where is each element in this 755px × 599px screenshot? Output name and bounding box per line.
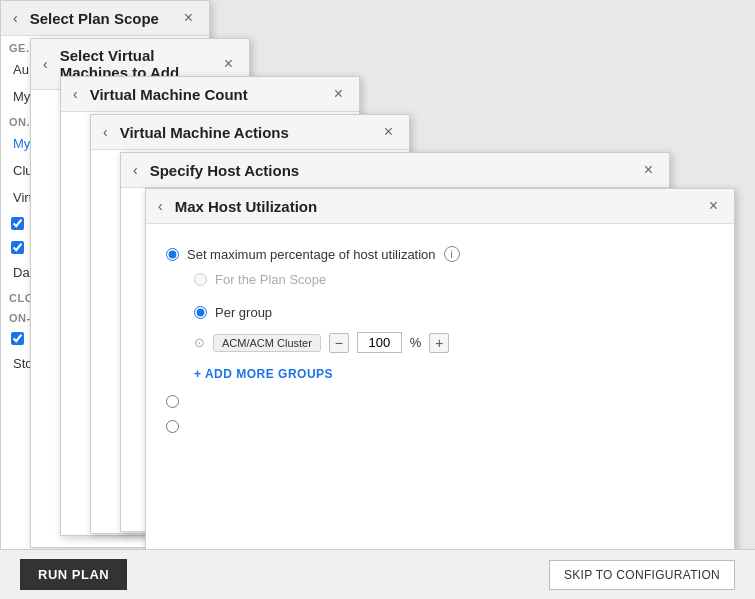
cluster-badge: ACM/ACM Cluster: [213, 334, 321, 352]
for-plan-scope-row: For the Plan Scope: [194, 268, 714, 291]
plus-button[interactable]: +: [429, 333, 449, 353]
empty-option-1: [166, 389, 714, 414]
per-group-label[interactable]: Per group: [215, 305, 272, 320]
option3-radio[interactable]: [166, 420, 179, 433]
panel-2-back-arrow[interactable]: ‹: [43, 56, 48, 72]
utilization-value-input[interactable]: [357, 332, 402, 353]
per-group-radio[interactable]: [194, 306, 207, 319]
set-max-radio[interactable]: [166, 248, 179, 261]
panel-3-close-button[interactable]: ×: [330, 85, 347, 103]
minus-button[interactable]: −: [329, 333, 349, 353]
panel-1-header: ‹ Select Plan Scope ×: [1, 1, 209, 36]
panel-4-close-button[interactable]: ×: [380, 123, 397, 141]
panel-5-header: ‹ Specify Host Actions ×: [121, 153, 669, 188]
option2-radio[interactable]: [166, 395, 179, 408]
empty-option-2: [166, 414, 714, 439]
panel-5-close-button[interactable]: ×: [640, 161, 657, 179]
set-max-label[interactable]: Set maximum percentage of host utilizati…: [187, 247, 436, 262]
panel-3-header: ‹ Virtual Machine Count ×: [61, 77, 359, 112]
panel-1-title: Select Plan Scope: [30, 10, 172, 27]
panel-6-header: ‹ Max Host Utilization ×: [146, 189, 734, 224]
panel-2-close-button[interactable]: ×: [220, 55, 237, 73]
panel-5-title: Specify Host Actions: [150, 162, 632, 179]
panel-3-title: Virtual Machine Count: [90, 86, 322, 103]
panel-1-close-button[interactable]: ×: [180, 9, 197, 27]
cluste-checkbox[interactable]: [11, 332, 24, 345]
add-more-groups-button[interactable]: + ADD MORE GROUPS: [166, 359, 714, 389]
skip-to-configuration-button[interactable]: SKIP TO CONFIGURATION: [549, 560, 735, 590]
panel-3-back-arrow[interactable]: ‹: [73, 86, 78, 102]
panel-max-host-utilization: ‹ Max Host Utilization × Set maximum per…: [145, 188, 735, 568]
set-max-option-row: Set maximum percentage of host utilizati…: [166, 240, 714, 268]
for-plan-scope-label: For the Plan Scope: [215, 272, 326, 287]
per-group-option-row: Per group: [166, 299, 714, 326]
for-plan-scope-radio[interactable]: [194, 273, 207, 286]
group-row: ⊙ ACM/ACM Cluster − % +: [166, 326, 714, 359]
panel-5-back-arrow[interactable]: ‹: [133, 162, 138, 178]
panel-6-content: Set maximum percentage of host utilizati…: [146, 224, 734, 455]
virtual2-checkbox[interactable]: [11, 241, 24, 254]
panel-6-title: Max Host Utilization: [175, 198, 697, 215]
panel-4-header: ‹ Virtual Machine Actions ×: [91, 115, 409, 150]
panel-1-back-arrow[interactable]: ‹: [13, 10, 18, 26]
panel-4-back-arrow[interactable]: ‹: [103, 124, 108, 140]
info-icon[interactable]: i: [444, 246, 460, 262]
percent-label: %: [410, 335, 422, 350]
panel-6-close-button[interactable]: ×: [705, 197, 722, 215]
group-bullet: ⊙: [194, 335, 205, 350]
run-plan-button[interactable]: RUN PLAN: [20, 559, 127, 590]
footer-bar: RUN PLAN SKIP TO CONFIGURATION: [0, 549, 755, 599]
storage-checkbox[interactable]: [11, 217, 24, 230]
panel-6-back-arrow[interactable]: ‹: [158, 198, 163, 214]
panel-4-title: Virtual Machine Actions: [120, 124, 372, 141]
